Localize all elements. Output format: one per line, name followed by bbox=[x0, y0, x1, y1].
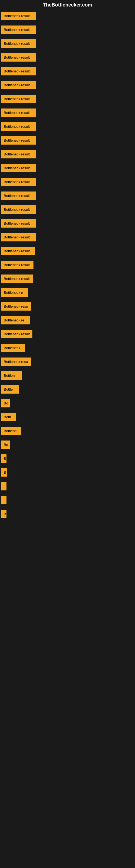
bottleneck-result-item[interactable]: Bottleneck result bbox=[1, 191, 36, 200]
list-item-row: Bottleneck result bbox=[0, 65, 135, 78]
bottleneck-result-item[interactable]: Bo bbox=[1, 440, 10, 449]
list-item-row: Bottle bbox=[0, 383, 135, 396]
bottleneck-result-item[interactable]: Bottleneck result bbox=[1, 67, 36, 75]
list-item-row: Bottleneck result bbox=[0, 79, 135, 92]
bottleneck-result-item[interactable]: Bottleneck n bbox=[1, 288, 28, 297]
list-item-row: Bottleneck result bbox=[0, 38, 135, 51]
bottleneck-result-item[interactable]: Bottleneck result bbox=[1, 205, 36, 214]
bottleneck-result-item[interactable]: Bottleneck result bbox=[1, 53, 36, 62]
bottleneck-result-item[interactable]: Bottleneck resu bbox=[1, 358, 31, 366]
list-item-row: Bottleneck result bbox=[0, 176, 135, 189]
bottleneck-result-item[interactable]: Bottlene bbox=[1, 427, 21, 435]
bottleneck-result-item[interactable]: Bottleneck result bbox=[1, 261, 34, 269]
bottleneck-result-item[interactable]: Bottleneck result bbox=[1, 12, 36, 20]
bottleneck-result-item[interactable]: Bottleneck result bbox=[1, 275, 33, 283]
list-item-row: Bottlen bbox=[0, 370, 135, 382]
list-item-row: Bo bbox=[0, 397, 135, 410]
list-item-row: Bottleneck result bbox=[0, 162, 135, 175]
bottleneck-result-item[interactable]: B bbox=[1, 454, 6, 463]
bottleneck-result-item[interactable]: Bottleneck result bbox=[1, 26, 36, 34]
list-item-row: Bottl bbox=[0, 411, 135, 424]
list-item-row: B bbox=[0, 508, 135, 521]
bottleneck-result-item[interactable]: Bottleneck resu bbox=[1, 302, 31, 311]
list-item-row: Bottleneck result bbox=[0, 328, 135, 341]
bottleneck-result-item[interactable]: Bottleneck re bbox=[1, 316, 30, 324]
list-item-row: Bottleneck result bbox=[0, 10, 135, 23]
list-item-row: Bottleneck bbox=[0, 342, 135, 355]
list-item-row: Bottleneck result bbox=[0, 148, 135, 161]
bottleneck-result-item[interactable]: B bbox=[1, 468, 7, 476]
bottleneck-result-item[interactable]: Bottleneck result bbox=[1, 219, 36, 227]
bottleneck-result-item[interactable]: Bottleneck result bbox=[1, 164, 36, 172]
bottleneck-result-item[interactable]: Bottleneck result bbox=[1, 247, 35, 255]
list-item-row: Bottleneck result bbox=[0, 107, 135, 120]
list-item-row: Bottlene bbox=[0, 425, 135, 438]
bottleneck-result-item[interactable]: Bottleneck result bbox=[1, 136, 36, 145]
list-item-row: B bbox=[0, 453, 135, 465]
list-item-row: Bottleneck result bbox=[0, 218, 135, 230]
list-item-row: Bottleneck result bbox=[0, 190, 135, 203]
list-item-row: Bottleneck result bbox=[0, 231, 135, 244]
bottleneck-result-item[interactable]: Bottle bbox=[1, 385, 19, 394]
list-item-row: Bottleneck resu bbox=[0, 301, 135, 313]
list-item-row: Bottleneck result bbox=[0, 259, 135, 272]
bottleneck-result-item[interactable]: Bottleneck result bbox=[1, 233, 36, 241]
list-item-row: Bottleneck re bbox=[0, 314, 135, 327]
list-item-row: Bottleneck result bbox=[0, 273, 135, 286]
bottleneck-result-item[interactable]: Bottleneck result bbox=[1, 330, 32, 338]
list-item-row: Bottleneck result bbox=[0, 121, 135, 133]
bottleneck-result-item[interactable]: Bottlen bbox=[1, 371, 22, 380]
list-item-row: Bo bbox=[0, 439, 135, 452]
bottleneck-result-item[interactable]: Bottl bbox=[1, 413, 16, 421]
bottleneck-result-item[interactable]: Bottleneck result bbox=[1, 81, 36, 89]
bottleneck-result-item[interactable]: Bottleneck result bbox=[1, 108, 36, 117]
list-item-row: Bottleneck result bbox=[0, 204, 135, 216]
list-item-row: Bottleneck result bbox=[0, 134, 135, 147]
list-item-row: Bottleneck resu bbox=[0, 356, 135, 369]
list-item-row: l bbox=[0, 480, 135, 493]
bottleneck-result-item[interactable]: l bbox=[1, 496, 6, 504]
list-item-row: Bottleneck result bbox=[0, 24, 135, 37]
bottleneck-result-item[interactable]: Bottleneck result bbox=[1, 122, 36, 131]
list-item-row: Bottleneck n bbox=[0, 287, 135, 300]
bottleneck-result-item[interactable]: l bbox=[1, 482, 6, 490]
bottleneck-result-item[interactable]: Bottleneck result bbox=[1, 178, 36, 186]
list-item-row: Bottleneck result bbox=[0, 93, 135, 106]
bottleneck-result-item[interactable]: Bottleneck bbox=[1, 344, 25, 352]
bottleneck-result-item[interactable]: Bo bbox=[1, 399, 10, 407]
list-item-row: Bottleneck result bbox=[0, 245, 135, 258]
site-title: TheBottlenecker.com bbox=[0, 0, 135, 10]
bottleneck-result-item[interactable]: B bbox=[1, 510, 6, 518]
bottleneck-result-item[interactable]: Bottleneck result bbox=[1, 150, 36, 158]
bottleneck-result-item[interactable]: Bottleneck result bbox=[1, 39, 36, 48]
list-item-row: l bbox=[0, 494, 135, 507]
bottleneck-result-item[interactable]: Bottleneck result bbox=[1, 95, 36, 103]
list-item-row: B bbox=[0, 467, 135, 479]
list-item-row: Bottleneck result bbox=[0, 52, 135, 64]
